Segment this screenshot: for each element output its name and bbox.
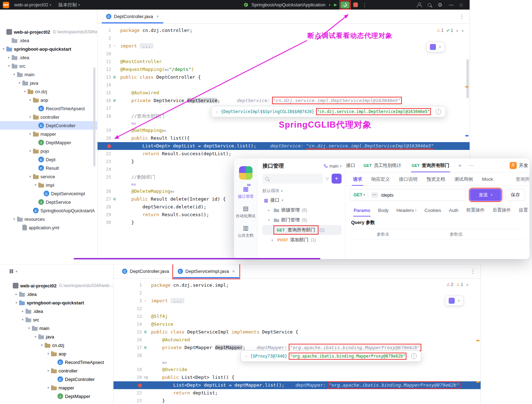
tree-item-DeptController[interactable]: CDeptController	[0, 375, 113, 383]
editor-gutter[interactable]: 14	[98, 81, 118, 89]
tree-panel-title[interactable]: 目▾	[9, 268, 17, 275]
editor-gutter[interactable]: 20↑@	[113, 374, 149, 381]
param-tab-Auth[interactable]: Auth	[445, 204, 462, 217]
tree-item-springboot-aop-quickstart[interactable]: ▾springboot-aop-quickstart	[0, 45, 97, 53]
chevron-down-icon[interactable]: ▾	[28, 132, 32, 136]
param-tab-Cookies[interactable]: Cookies	[421, 204, 445, 217]
editor-gutter[interactable]: 15	[98, 89, 118, 97]
rail-item-auto-test[interactable]: ▤ 自动化测试	[236, 204, 255, 219]
editor-gutter[interactable]: 1	[98, 27, 118, 34]
minimize-button[interactable]: —	[449, 2, 454, 7]
editor-gutter[interactable]: 29	[98, 211, 118, 219]
chevron-up-icon[interactable]: ∧	[466, 283, 469, 287]
editor-gutter[interactable]: 25	[98, 173, 118, 181]
tree-scrollbar[interactable]	[93, 67, 95, 167]
chevron-down-icon[interactable]: ▾	[268, 218, 272, 222]
code-line[interactable]: 3›import ...	[113, 297, 481, 305]
tree-item-.idea[interactable]: ▸.idea	[0, 53, 97, 62]
debugger-tooltip-bottom[interactable]: › {$Proxy73@7446} "org.apache.ibatis.bin…	[240, 350, 421, 362]
chevron-up-icon[interactable]: ∧	[456, 29, 458, 33]
stop-button[interactable]	[353, 2, 358, 7]
editor-gutter[interactable]: 1	[113, 281, 149, 289]
rail-item-shared-docs[interactable]: ▥ 公共文档	[238, 224, 254, 238]
param-tab-设置[interactable]: 设置	[515, 204, 530, 217]
code-line[interactable]: 12@RequestMapping(⊕∨"/depts")	[98, 66, 470, 73]
editor-gutter[interactable]: 19	[98, 127, 118, 134]
environment-selector[interactable]: 开 开发	[510, 162, 530, 169]
rail-item-api-management[interactable]: 96 ▦ 接口管理	[238, 185, 254, 199]
editor-gutter[interactable]: 11	[98, 58, 118, 66]
param-tab-前置操作[interactable]: 前置操作	[462, 204, 489, 217]
info-icon[interactable]: !	[411, 353, 417, 359]
tree-item-Dept[interactable]: CDept	[0, 155, 97, 164]
code-line[interactable]: 22 return deptList;	[113, 389, 481, 397]
tree-item-DeptMapper[interactable]: IDeptMapper	[0, 392, 113, 400]
api-group-dept-mgmt[interactable]: ▾ 部门管理 (5)	[262, 215, 342, 225]
editor-gutter[interactable]: 13	[113, 313, 149, 320]
api-item-post-add-dept[interactable]: ▸ POST 添加部门 (1)	[262, 235, 342, 245]
tree-item-src[interactable]: ▾src	[0, 315, 113, 324]
tree-item-service[interactable]: ▾service	[0, 172, 97, 181]
chevron-down-icon[interactable]: ▾	[28, 115, 32, 119]
tree-item-DeptController[interactable]: CDeptController	[0, 121, 97, 130]
chevron-down-icon[interactable]: ▾	[28, 175, 32, 178]
expand-icon[interactable]: ›	[245, 354, 248, 359]
code-line[interactable]: 16⊘ private DeptService deptService; dep…	[98, 97, 470, 105]
editor-gutter[interactable]: 20	[98, 134, 118, 142]
chevron-right-icon[interactable]: ▸	[21, 309, 25, 313]
tree-item-DeptServiceImpl[interactable]: CDeptServiceImpl	[0, 189, 97, 198]
chevron-down-icon[interactable]: ▾	[46, 386, 50, 389]
editor-gutter[interactable]: 26	[98, 187, 118, 195]
editor-gutter[interactable]: 18	[113, 352, 149, 359]
code-line[interactable]: 20 public Result list(){	[98, 134, 470, 142]
tree-item-.idea[interactable]: .idea	[0, 36, 97, 45]
inspections-widget[interactable]: ⚠2 ⚠1 ∧	[447, 282, 469, 287]
close-icon[interactable]: ×	[458, 298, 460, 303]
user-icon[interactable]	[417, 2, 421, 7]
chevron-down-icon[interactable]: ▾	[46, 352, 50, 355]
debug-current-line[interactable]: List<Dept> deptList = deptMapper.list();…	[113, 381, 481, 389]
tree-item-controller[interactable]: ▾controller	[0, 113, 97, 121]
chevron-right-icon[interactable]: ▸	[268, 208, 272, 212]
editor-gutter[interactable]: 16	[113, 336, 149, 344]
breakpoint-dot[interactable]	[107, 144, 111, 148]
code-line[interactable]: 12	[113, 305, 481, 313]
tree-item-DeptMapper[interactable]: IDeptMapper	[0, 138, 97, 147]
editor-gutter[interactable]: 22	[98, 150, 118, 158]
debug-button[interactable]	[340, 1, 350, 9]
chevron-down-icon[interactable]: ▾	[27, 326, 31, 330]
api-tab-查询所有部门[interactable]: GET查询所有部门	[407, 158, 455, 172]
editor-gutter[interactable]: 28	[98, 203, 118, 211]
tree-item-Result[interactable]: CResult	[0, 164, 97, 172]
tree-item-impl[interactable]: ▾impl	[0, 181, 97, 189]
param-tab-Headers[interactable]: Headers1	[393, 204, 421, 217]
chevron-down-icon[interactable]: ▾	[46, 369, 50, 372]
inspections-widget[interactable]: ⚠1 ✔1 ∧ ∨	[437, 28, 464, 33]
code-line[interactable]: 20↑@ public List<Dept> list() {	[113, 374, 481, 381]
code-line[interactable]: 2	[98, 34, 470, 42]
editor-gutter[interactable]: 12	[98, 66, 118, 73]
editor-gutter[interactable]	[113, 359, 149, 366]
more-actions-icon[interactable]: ⋮	[361, 2, 368, 8]
chevron-right-icon[interactable]: ▸	[14, 292, 18, 296]
spring-bean-icon[interactable]: ⊘	[111, 73, 118, 81]
chevron-down-icon[interactable]: ▾	[7, 64, 11, 68]
tree-item-mapper[interactable]: ▾mapper	[0, 130, 97, 138]
editor-gutter[interactable]: 19	[113, 366, 149, 374]
chevron-down-icon[interactable]: ▾	[12, 217, 16, 221]
editor-gutter[interactable]: 2	[113, 289, 149, 297]
module-selector[interactable]: 默认模块▾	[262, 188, 342, 194]
tree-item-mapper[interactable]: ▾mapper	[0, 383, 113, 392]
code-line[interactable]: 16 @Autowired	[113, 336, 481, 344]
editor-scrollbar[interactable]	[466, 59, 469, 98]
add-api-button[interactable]: +	[332, 174, 342, 184]
editor-gutter[interactable]: 27⊘	[98, 195, 118, 203]
code-line[interactable]: 1package cn.dzj.controller;	[98, 27, 470, 34]
tree-item-aop[interactable]: ▾aop	[0, 349, 113, 358]
code-line[interactable]: 15 @Autowired	[98, 89, 470, 97]
scroll-mark[interactable]	[476, 340, 480, 341]
param-tab-Body[interactable]: Body	[374, 204, 393, 217]
ai-assistant-popup[interactable]: ×	[426, 42, 445, 52]
tree-item-controller[interactable]: ▾controller	[0, 366, 113, 375]
run-config-selector[interactable]: SpringbootAopQuickstartApplication	[251, 2, 325, 7]
